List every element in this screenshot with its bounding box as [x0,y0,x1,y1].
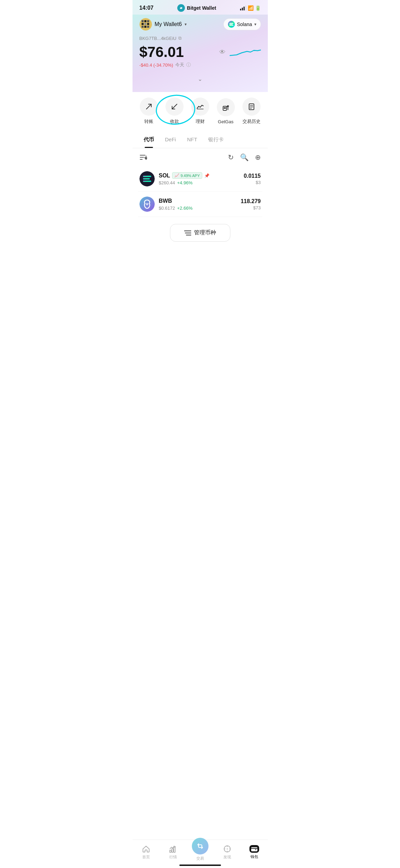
header-section: My Wallet6 ▾ Solana ▾ [133,15,268,92]
svg-rect-13 [229,24,233,25]
svg-rect-14 [229,25,233,26]
sol-price-row: $260.44 +4.96% [159,180,240,185]
sol-logo [139,171,155,186]
tab-bar: 代币 DeFi NFT 银行卡 [133,132,268,148]
tab-nft[interactable]: NFT [181,132,203,148]
getgas-icon [222,103,230,111]
battery-icon: 🔋 [255,5,261,11]
change-row: -$40.4 (-34.70%) 今天 ⓘ [139,62,261,68]
receive-btn[interactable] [165,98,184,116]
token-item-bwb[interactable]: BWB $0.6172 +2.66% 118.279 $73 [138,192,262,217]
svg-rect-10 [147,26,149,28]
svg-line-15 [146,104,151,109]
svg-rect-4 [147,20,149,22]
getgas-btn[interactable] [217,98,235,116]
history-action[interactable]: 交易历史 [242,98,261,125]
status-icons: 📶 🔋 [240,5,261,11]
transfer-label: 转账 [144,118,153,125]
sol-symbol: SOL [159,173,170,179]
bwb-value: $73 [241,205,261,210]
app-title: Bitget Wallet [177,4,216,12]
finance-label: 理财 [196,118,205,125]
bwb-logo [139,197,155,212]
history-icon [248,103,255,110]
history-btn[interactable] [242,98,261,116]
svg-rect-32 [143,181,151,182]
network-selector[interactable]: Solana ▾ [223,18,261,30]
svg-rect-9 [144,26,146,28]
sort-button[interactable] [139,154,147,161]
solana-logo-icon [228,21,235,28]
sol-value: $3 [244,180,261,185]
wallet-chevron-icon: ▾ [185,22,187,27]
balance-amount: $76.01 [139,44,184,60]
receive-action[interactable]: 收款 [165,98,184,125]
manage-tokens-button[interactable]: 管理币种 [170,224,230,242]
bwb-change: +2.66% [177,206,193,211]
sol-change: +4.96% [177,180,193,185]
tab-bank[interactable]: 银行卡 [203,132,229,148]
change-label: 今天 [175,62,184,68]
bwb-amount: 118.279 $73 [241,198,261,210]
token-item-sol[interactable]: SOL 📈 9.49% APY 📌 $260.44 +4.96% 0.0115 … [138,166,262,192]
svg-rect-7 [147,23,149,25]
svg-rect-6 [144,23,146,25]
tab-defi[interactable]: DeFi [160,132,182,148]
getgas-action[interactable]: GetGas [217,98,235,124]
copy-icon[interactable]: ⧉ [178,35,181,41]
svg-rect-19 [224,107,226,109]
hide-balance-icon[interactable]: 👁 [219,49,225,56]
expand-icon[interactable]: ⌄ [198,76,202,82]
sol-qty: 0.0115 [244,173,261,179]
info-icon[interactable]: ⓘ [186,62,191,68]
svg-rect-12 [229,23,233,24]
svg-rect-5 [142,23,144,25]
svg-line-16 [172,104,177,109]
network-chevron-icon: ▾ [254,22,256,27]
wallet-avatar [139,18,152,31]
wifi-icon: 📶 [248,5,254,11]
receive-label: 收款 [170,118,179,125]
receive-icon [171,103,178,110]
bwb-qty: 118.279 [241,198,261,205]
wallet-address: BKG7TB...4kGEiU [139,36,177,41]
sol-price: $260.44 [159,180,175,185]
network-name: Solana [237,22,252,27]
transfer-btn[interactable] [140,98,158,116]
list-actions: ↻ 🔍 ⊕ [228,153,261,161]
finance-icon [196,103,204,110]
sol-name-row: SOL 📈 9.49% APY 📌 [159,172,240,179]
actions-row: 转账 收款 理财 GetGas [133,92,268,132]
bwb-info: BWB $0.6172 +2.66% [159,198,237,211]
manage-icon [184,230,191,236]
list-controls: ↻ 🔍 ⊕ [133,148,268,166]
getgas-label: GetGas [218,119,233,124]
mini-chart [230,45,261,59]
balance-row: $76.01 👁 [139,44,261,60]
add-token-icon[interactable]: ⊕ [255,153,261,161]
history-label: 交易历史 [242,118,261,125]
bitget-logo-icon [177,4,185,12]
wallet-row: My Wallet6 ▾ Solana ▾ [139,15,261,35]
svg-rect-3 [144,20,146,22]
svg-rect-2 [142,20,144,22]
search-icon[interactable]: 🔍 [240,153,249,161]
sol-pin-icon: 📌 [204,173,210,178]
sol-amount: 0.0115 $3 [244,173,261,185]
signal-icon [240,6,246,10]
wallet-selector[interactable]: My Wallet6 ▾ [139,18,187,31]
status-time: 14:07 [139,5,154,11]
wallet-name: My Wallet6 [155,21,182,27]
finance-action[interactable]: 理财 [191,98,209,125]
finance-btn[interactable] [191,98,209,116]
transfer-action[interactable]: 转账 [140,98,158,125]
refresh-icon[interactable]: ↻ [228,153,234,161]
bwb-price: $0.6172 [159,206,175,211]
svg-rect-31 [143,178,150,180]
svg-rect-8 [142,26,144,28]
sol-apy-badge: 📈 9.49% APY [172,172,202,179]
address-row: BKG7TB...4kGEiU ⧉ [139,35,261,41]
status-bar: 14:07 Bitget Wallet 📶 🔋 [133,0,268,15]
bwb-symbol: BWB [159,198,172,204]
tab-token[interactable]: 代币 [138,132,160,148]
